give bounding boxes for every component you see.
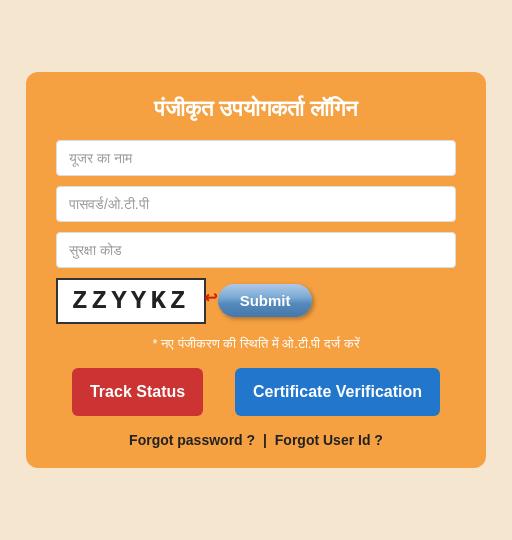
username-input[interactable] <box>56 140 456 176</box>
forgot-password-link[interactable]: Forgot password ? <box>129 432 255 448</box>
separator: | <box>263 432 267 448</box>
captcha-image: ZZYYKZ <box>56 278 206 324</box>
password-input[interactable] <box>56 186 456 222</box>
otp-note: * नए पंजीकरण की स्थिति में ओ.टी.पी दर्ज … <box>152 336 359 352</box>
submit-button[interactable]: Submit <box>218 284 313 317</box>
action-buttons: Track Status Certificate Verification <box>56 368 456 417</box>
page-title: पंजीकृत उपयोगकर्ता लॉगिन <box>154 96 358 122</box>
forgot-userid-link[interactable]: Forgot User Id ? <box>275 432 383 448</box>
track-status-button[interactable]: Track Status <box>72 368 203 417</box>
captcha-row: ZZYYKZ Submit <box>56 278 456 324</box>
security-code-input[interactable] <box>56 232 456 268</box>
login-container: पंजीकृत उपयोगकर्ता लॉगिन ZZYYKZ Submit *… <box>26 72 486 469</box>
certificate-verification-button[interactable]: Certificate Verification <box>235 368 440 417</box>
forgot-row: Forgot password ? | Forgot User Id ? <box>129 432 383 448</box>
